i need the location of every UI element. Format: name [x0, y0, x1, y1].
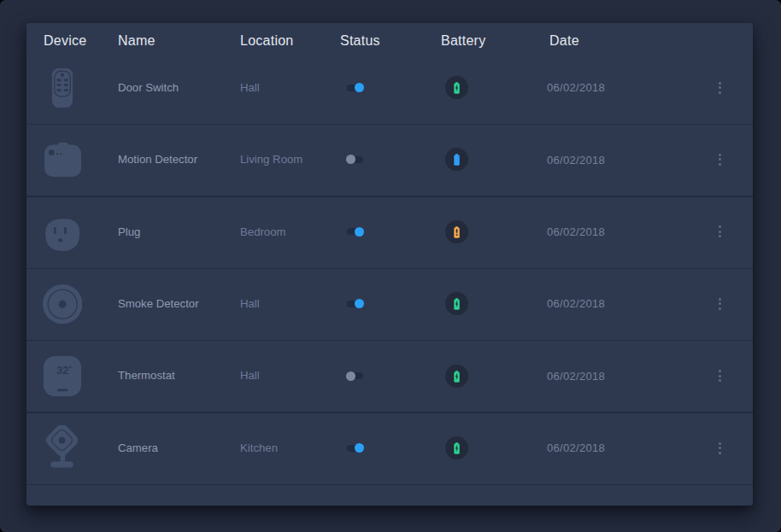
svg-text:32: 32: [56, 363, 68, 376]
